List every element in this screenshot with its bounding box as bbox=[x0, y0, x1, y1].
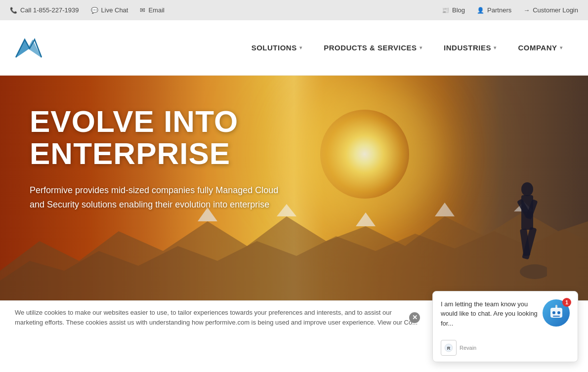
partners-icon bbox=[477, 6, 484, 14]
phone-link[interactable]: Call 1-855-227-1939 bbox=[10, 6, 79, 14]
header: SOLUTIONS ▾ PRODUCTS & SERVICES ▾ INDUST… bbox=[0, 20, 588, 76]
chat-link[interactable]: Live Chat bbox=[91, 6, 128, 14]
nav-industries-label: INDUSTRIES bbox=[444, 43, 491, 52]
phone-icon bbox=[10, 6, 17, 14]
nav-solutions-label: SOLUTIONS bbox=[252, 43, 297, 52]
svg-point-19 bbox=[557, 311, 560, 314]
chat-body: I am letting the team know you would lik… bbox=[433, 291, 578, 334]
hero-title-line1: EVOLVE INTO bbox=[30, 104, 238, 138]
cookie-close-button[interactable]: ✕ bbox=[409, 312, 420, 323]
nav-company-label: COMPANY bbox=[518, 43, 557, 52]
robot-icon bbox=[546, 303, 566, 323]
chat-message: I am letting the team know you would lik… bbox=[441, 299, 538, 329]
hero-title: EVOLVE INTO ENTERPRISE bbox=[30, 105, 558, 169]
svg-rect-20 bbox=[553, 316, 560, 317]
nav-products-label: PRODUCTS & SERVICES bbox=[324, 43, 417, 52]
top-bar-right: Blog Partners Customer Login bbox=[442, 6, 578, 14]
chevron-down-icon: ▾ bbox=[494, 45, 497, 50]
nav-industries[interactable]: INDUSTRIES ▾ bbox=[433, 20, 507, 76]
login-label: Customer Login bbox=[533, 6, 578, 14]
chat-icon bbox=[91, 6, 98, 14]
login-link[interactable]: Customer Login bbox=[523, 6, 578, 14]
top-bar: Call 1-855-227-1939 Live Chat Email Blog… bbox=[0, 0, 588, 20]
top-bar-left: Call 1-855-227-1939 Live Chat Email bbox=[10, 6, 165, 14]
hero-title-line2: ENTERPRISE bbox=[30, 136, 230, 170]
chevron-down-icon: ▾ bbox=[420, 45, 422, 50]
blog-link[interactable]: Blog bbox=[442, 6, 465, 14]
hero-subtitle: Performive provides mid-sized companies … bbox=[30, 183, 287, 212]
phone-label: Call 1-855-227-1939 bbox=[20, 6, 79, 14]
blog-icon bbox=[442, 6, 449, 14]
nav-company[interactable]: COMPANY ▾ bbox=[507, 20, 573, 76]
partners-link[interactable]: Partners bbox=[477, 6, 511, 14]
email-link[interactable]: Email bbox=[140, 6, 165, 14]
cookie-text: We utilize cookies to make our websites … bbox=[15, 308, 420, 327]
email-label: Email bbox=[148, 6, 165, 14]
svg-point-18 bbox=[552, 311, 555, 314]
logo[interactable] bbox=[15, 36, 42, 60]
chat-avatar-wrap: 1 bbox=[543, 299, 570, 327]
login-icon bbox=[523, 6, 530, 14]
chevron-down-icon: ▾ bbox=[560, 45, 563, 50]
partners-label: Partners bbox=[487, 6, 511, 14]
hero-section: EVOLVE INTO ENTERPRISE Performive provid… bbox=[0, 76, 588, 300]
chat-label: Live Chat bbox=[101, 6, 128, 14]
hero-content: EVOLVE INTO ENTERPRISE Performive provid… bbox=[0, 76, 588, 242]
main-nav: SOLUTIONS ▾ PRODUCTS & SERVICES ▾ INDUST… bbox=[241, 20, 573, 76]
svg-point-22 bbox=[555, 305, 557, 307]
nav-products[interactable]: PRODUCTS & SERVICES ▾ bbox=[313, 20, 433, 76]
chat-widget: I am letting the team know you would lik… bbox=[432, 291, 578, 334]
chevron-down-icon: ▾ bbox=[299, 45, 302, 50]
logo-svg bbox=[15, 36, 42, 60]
nav-solutions[interactable]: SOLUTIONS ▾ bbox=[241, 20, 313, 76]
chat-notification-badge: 1 bbox=[562, 298, 571, 307]
blog-label: Blog bbox=[452, 6, 465, 14]
email-icon bbox=[140, 6, 145, 14]
